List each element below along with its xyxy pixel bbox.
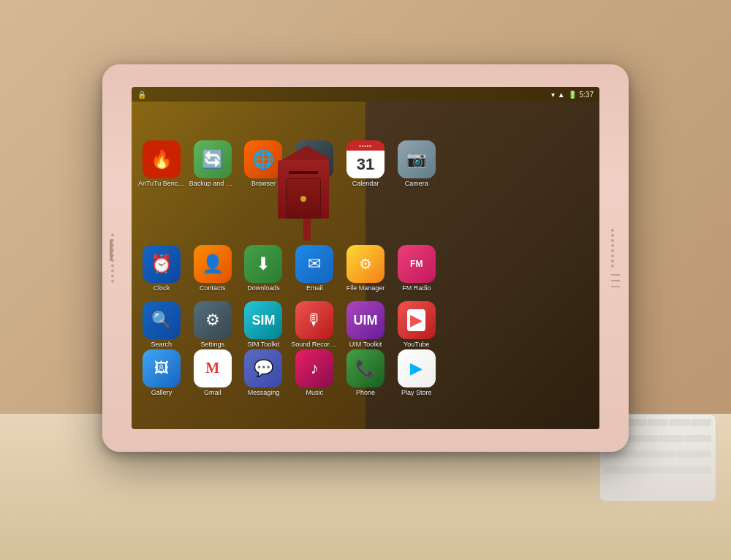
battery-icon: 🔋 — [568, 91, 577, 99]
app-label-calculator: Calculator — [300, 180, 330, 187]
app-label-calendar: Calendar — [352, 180, 379, 187]
app-label-browser: Browser — [251, 180, 276, 187]
app-label-antutu: AnTuTu Benchmark — [138, 180, 185, 187]
app-icon-camera[interactable]: 📷 Camera — [391, 112, 442, 216]
app-icon-simtoolkit[interactable]: SIM SIM Toolkit — [238, 224, 289, 425]
app-label-backup: Backup and Restore — [189, 180, 236, 187]
app-label-soundrecorder: Sound Recorder — [291, 341, 338, 348]
status-bar: 🔒 ▾ ▲ 🔋 5:37 — [132, 87, 599, 102]
app-icon-calendar[interactable]: ▪▪▪▪▪ 31 Calendar — [340, 112, 391, 216]
app-label-search: Search — [151, 341, 173, 348]
app-label-uimtoolkit: UIM Toolkit — [349, 341, 382, 348]
scene: 🔒 ▾ ▲ 🔋 5:37 🔥 AnTuTu Benchmark — [0, 0, 731, 560]
app-label-simtoolkit: SIM Toolkit — [248, 341, 280, 348]
app-label-youtube: YouTube — [404, 341, 429, 348]
app-icon-youtube[interactable]: ▶ YouTube — [391, 224, 442, 425]
signal-icon: ▲ — [558, 91, 565, 99]
app-label-settings: Settings — [200, 341, 224, 348]
app-icon-backup[interactable]: 🔄 Backup and Restore — [187, 112, 238, 216]
app-icon-browser[interactable]: 🌐 Browser — [238, 112, 289, 216]
time-display: 5:37 — [580, 91, 594, 99]
app-icon-soundrecorder[interactable]: 🎙 Sound Recorder — [289, 224, 340, 425]
app-icon-uimtoolkit[interactable]: UIM UIM Toolkit — [340, 224, 391, 425]
app-icon-search[interactable]: 🔍 Search — [136, 224, 187, 425]
speaker-right — [611, 229, 620, 287]
app-icon-calculator[interactable]: × − ÷ + Calculator — [289, 112, 340, 216]
app-label-camera: Camera — [405, 180, 428, 187]
wifi-icon: ▾ — [551, 91, 555, 99]
lock-icon: 🔒 — [137, 91, 146, 99]
tablet-device: 🔒 ▾ ▲ 🔋 5:37 🔥 AnTuTu Benchmark — [102, 64, 629, 452]
tablet-screen: 🔒 ▾ ▲ 🔋 5:37 🔥 AnTuTu Benchmark — [132, 87, 599, 429]
app-icon-antutu[interactable]: 🔥 AnTuTu Benchmark — [136, 112, 187, 216]
app-icon-settings[interactable]: ⚙ Settings — [187, 224, 238, 425]
